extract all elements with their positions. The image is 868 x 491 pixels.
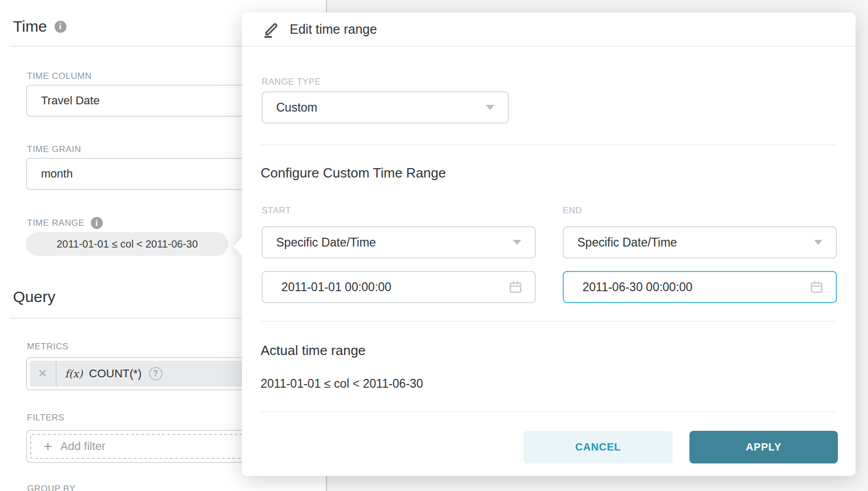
chevron-down-icon xyxy=(486,105,494,110)
end-label: END xyxy=(563,206,582,216)
end-datetime-value: 2011-06-30 00:00:00 xyxy=(582,280,693,294)
add-filter-label: Add filter xyxy=(60,440,105,453)
filters-label: FILTERS xyxy=(27,413,64,423)
chevron-down-icon xyxy=(513,240,521,245)
cancel-button[interactable]: CANCEL xyxy=(523,431,673,463)
time-section-title: Time i xyxy=(13,18,66,35)
divider xyxy=(261,321,837,322)
time-section-title-text: Time xyxy=(13,18,47,35)
divider xyxy=(261,144,837,145)
time-range-pill[interactable]: 2011-01-01 ≤ col < 2011-06-30 xyxy=(26,232,228,256)
start-mode-value: Specific Date/Time xyxy=(276,236,376,250)
end-mode-select[interactable]: Specific Date/Time xyxy=(563,226,837,258)
help-icon[interactable]: ? xyxy=(149,367,162,380)
start-datetime-input[interactable]: 2011-01-01 00:00:00 xyxy=(262,271,536,303)
start-datetime-value: 2011-01-01 00:00:00 xyxy=(281,280,391,294)
chevron-down-icon xyxy=(814,240,822,245)
metrics-label: METRICS xyxy=(27,342,69,352)
start-mode-select[interactable]: Specific Date/Time xyxy=(262,226,536,258)
function-icon: f(x) xyxy=(65,367,83,380)
actual-time-range-heading: Actual time range xyxy=(261,343,365,359)
plus-icon: + xyxy=(44,439,52,454)
query-section-title: Query xyxy=(13,288,56,306)
actual-time-range-value: 2011-01-01 ≤ col < 2011-06-30 xyxy=(261,377,423,391)
time-grain-label: TIME GRAIN xyxy=(27,144,81,155)
metric-name: COUNT(*) xyxy=(89,367,141,380)
query-section-title-text: Query xyxy=(13,288,56,306)
popover-header: Edit time range xyxy=(242,12,856,47)
edit-time-range-popover: Edit time range RANGE TYPE Custom Config… xyxy=(242,12,856,476)
end-mode-value: Specific Date/Time xyxy=(577,236,677,250)
info-icon[interactable]: i xyxy=(91,217,103,229)
calendar-icon[interactable] xyxy=(809,279,824,295)
popover-arrow xyxy=(233,237,252,256)
info-icon[interactable]: i xyxy=(55,21,66,33)
time-column-label: TIME COLUMN xyxy=(27,71,92,81)
time-grain-value: month xyxy=(41,167,73,181)
pencil-icon xyxy=(262,19,281,39)
time-range-label-text: TIME RANGE xyxy=(27,218,85,228)
divider xyxy=(261,411,837,412)
configure-heading: Configure Custom Time Range xyxy=(261,165,446,181)
range-type-label: RANGE TYPE xyxy=(262,77,321,87)
group-by-label: GROUP BY xyxy=(27,484,75,491)
start-label: START xyxy=(262,206,291,216)
popover-title: Edit time range xyxy=(290,22,377,37)
range-type-value: Custom xyxy=(276,101,317,115)
time-column-value: Travel Date xyxy=(41,94,100,107)
time-range-pill-text: 2011-01-01 ≤ col < 2011-06-30 xyxy=(57,238,198,250)
remove-metric-icon[interactable]: ✕ xyxy=(30,361,57,387)
time-range-label: TIME RANGE i xyxy=(27,217,103,229)
end-datetime-input[interactable]: 2011-06-30 00:00:00 xyxy=(563,271,837,303)
range-type-select[interactable]: Custom xyxy=(262,91,509,124)
calendar-icon[interactable] xyxy=(508,279,523,295)
apply-button[interactable]: APPLY xyxy=(689,431,838,463)
